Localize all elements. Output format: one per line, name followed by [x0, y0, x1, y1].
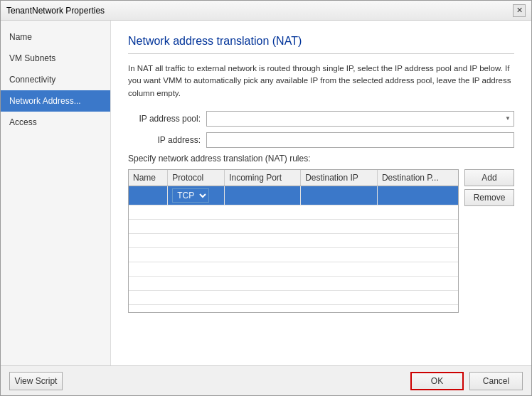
cell-destination-ip — [301, 186, 378, 205]
empty-row-6 — [129, 276, 458, 290]
nat-table-container: Name Protocol Incoming Port Destination … — [128, 169, 514, 313]
col-header-destination-ip: Destination IP — [301, 170, 378, 186]
ok-button[interactable]: OK — [410, 372, 464, 390]
dialog-footer: View Script OK Cancel — [1, 365, 531, 395]
table-header-row: Name Protocol Incoming Port Destination … — [129, 170, 458, 186]
nat-rules-table: Name Protocol Incoming Port Destination … — [129, 170, 458, 305]
ip-pool-dropdown[interactable] — [206, 111, 514, 127]
empty-row-5 — [129, 262, 458, 276]
cell-name — [129, 186, 168, 205]
protocol-select[interactable]: TCP UDP — [172, 188, 209, 203]
col-header-protocol: Protocol — [168, 170, 225, 186]
sidebar-item-connectivity[interactable]: Connectivity — [1, 69, 110, 90]
col-header-incoming-port: Incoming Port — [225, 170, 301, 186]
remove-button[interactable]: Remove — [464, 189, 514, 206]
cell-incoming-port — [225, 186, 301, 205]
dialog-body: Name VM Subnets Connectivity Network Add… — [1, 21, 531, 365]
empty-row-2 — [129, 219, 458, 233]
sidebar: Name VM Subnets Connectivity Network Add… — [1, 21, 111, 365]
page-title: Network address translation (NAT) — [128, 35, 514, 54]
table-area: Name Protocol Incoming Port Destination … — [129, 170, 458, 312]
close-button[interactable]: ✕ — [513, 4, 526, 17]
col-header-name: Name — [129, 170, 168, 186]
empty-row-3 — [129, 233, 458, 247]
table-buttons: Add Remove — [464, 169, 514, 313]
nat-table-wrapper: Name Protocol Incoming Port Destination … — [128, 169, 459, 313]
sidebar-item-network-address[interactable]: Network Address... — [1, 90, 110, 112]
dialog-title: TenantNetwork Properties — [6, 6, 105, 16]
empty-row-4 — [129, 247, 458, 262]
cell-destination-p — [377, 186, 458, 205]
ip-pool-row: IP address pool: — [128, 111, 514, 127]
sidebar-item-vm-subnets[interactable]: VM Subnets — [1, 48, 110, 69]
ip-address-label: IP address: — [128, 135, 206, 145]
ip-address-input[interactable] — [206, 132, 514, 148]
nat-rules-label: Specify network address translation (NAT… — [128, 154, 514, 164]
view-script-button[interactable]: View Script — [9, 372, 63, 390]
sidebar-item-name[interactable]: Name — [1, 26, 110, 48]
cancel-button[interactable]: Cancel — [469, 372, 523, 390]
col-header-destination-p: Destination P... — [377, 170, 458, 186]
footer-right: OK Cancel — [410, 372, 523, 390]
add-button[interactable]: Add — [464, 169, 514, 186]
description-text: In NAT all traffic to external network i… — [128, 63, 514, 100]
title-bar: TenantNetwork Properties ✕ — [1, 1, 531, 21]
ip-address-row: IP address: — [128, 132, 514, 148]
empty-row-7 — [129, 290, 458, 304]
table-row[interactable]: TCP UDP — [129, 186, 458, 205]
ip-pool-label: IP address pool: — [128, 114, 206, 124]
sidebar-item-access[interactable]: Access — [1, 112, 110, 133]
dialog-window: TenantNetwork Properties ✕ Name VM Subne… — [0, 0, 532, 396]
content-area: Network address translation (NAT) In NAT… — [111, 21, 531, 365]
cell-protocol: TCP UDP — [168, 186, 225, 205]
empty-row-1 — [129, 205, 458, 219]
